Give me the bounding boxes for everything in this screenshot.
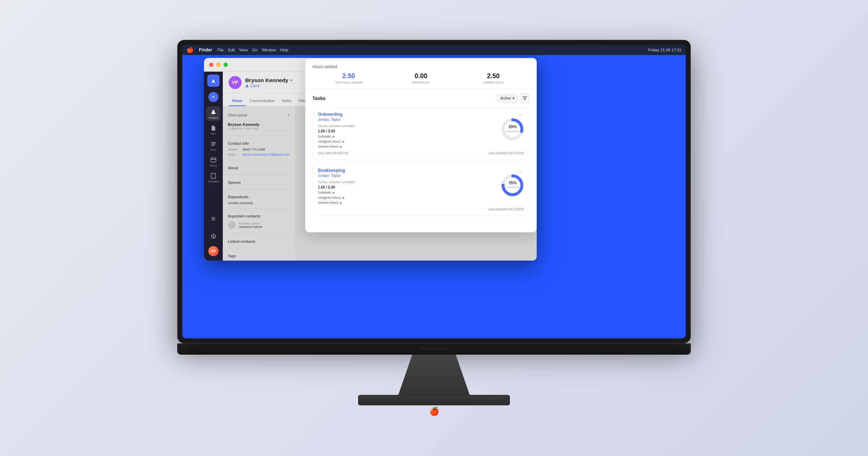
tasks-section: Tasks Active ▾ (305, 89, 537, 224)
contact-panel: Client portal + Bryson Kennedy Logged in… (223, 106, 295, 261)
sidebar-item-files[interactable]: Files (206, 122, 221, 137)
svg-text:IN PROGRESS: IN PROGRESS (506, 186, 520, 189)
subtasks-expand[interactable]: Subtasks ▶ (318, 135, 355, 138)
onboarding-menu-button[interactable]: ··· (517, 112, 524, 118)
apple-menu-icon[interactable]: 🍎 (187, 47, 194, 54)
divider-5 (228, 208, 290, 208)
divider-7 (228, 248, 290, 248)
tasks-filter-area: Active ▾ (497, 93, 529, 103)
bookkeeping-meta: TOTAL HOURS LOGGED 1.50 / 2.00 Subtasks … (318, 181, 497, 204)
contact-login-sub: Logged in 4 days ago (228, 127, 290, 130)
menubar-help[interactable]: Help (280, 48, 289, 52)
svg-text:IN PROGRESS: IN PROGRESS (506, 130, 520, 132)
onboarding-hours-col: TOTAL HOURS LOGGED 1.00 / 3.50 Subtasks … (318, 124, 355, 148)
contacts-label: Contacts (208, 117, 218, 119)
hours-title: Hours worked (312, 64, 529, 69)
bookkeeping-assignee-hours-label: Assignee Hours (318, 196, 341, 199)
sidebar-power[interactable]: ⏻ (206, 229, 221, 243)
menubar-app-name: Finder (199, 47, 212, 52)
sidebar-item-templates[interactable]: Templates (206, 170, 221, 185)
tab-communication[interactable]: Communication (246, 96, 278, 106)
traffic-light-close[interactable] (209, 63, 213, 67)
monitor-stand-top (398, 355, 470, 397)
sidebar-integrations[interactable]: ⊞ (206, 211, 221, 226)
work-email-value[interactable]: Bryson.kennedy123@gmail.com (243, 153, 290, 156)
tasks-icon (210, 140, 217, 148)
billed-hours-value: 0.00 (385, 72, 457, 80)
divider-4 (228, 189, 290, 189)
funnel-icon (523, 96, 527, 100)
menubar-go[interactable]: Go (252, 48, 258, 52)
menubar-view[interactable]: View (239, 48, 248, 52)
client-portal-header: Client portal + (223, 110, 295, 120)
onboarding-header: Onboarding Jordan, Taylor TOTAL HOURS LO… (318, 112, 524, 148)
bookkeeping-menu-button[interactable]: ··· (517, 168, 524, 174)
menubar-file[interactable]: File (217, 48, 224, 52)
mobile-row: Mobile (800) 774-1398 (223, 147, 295, 152)
business-partner-name: Veronica Palmer (239, 225, 263, 229)
task-card-bookkeeping: Bookkeeping Jordan, Taylor TOTAL HOURS L… (312, 163, 529, 216)
header-name-area: Bryson Kennedy ▾ (245, 77, 292, 83)
sidebar-item-billing[interactable]: Billing (206, 154, 221, 169)
assignee-hours-expand[interactable]: Assignee Hours ▶ (318, 140, 355, 143)
monitor-screen: 🍎 Finder File Edit View Go Window Help F… (182, 45, 686, 338)
onboarding-due-date: Due date 08/18/2020 (318, 151, 348, 155)
tasks-header: Tasks Active ▾ (312, 93, 529, 103)
bookkeeping-hours-col: TOTAL HOURS LOGGED 1.50 / 2.00 Subtasks … (318, 181, 355, 204)
linked-contacts-header: Linked contacts (223, 237, 295, 245)
header-avatar: VP (229, 76, 242, 89)
sidebar-item-contacts[interactable]: Contacts (206, 106, 221, 121)
bookkeeping-assignee-arrow: ▶ (342, 196, 345, 199)
about-header: About (223, 163, 295, 172)
bookkeeping-name[interactable]: Bookkeeping (318, 168, 497, 173)
bookkeeping-hours-label: TOTAL HOURS LOGGED (318, 181, 355, 184)
bookkeeping-subtasks-expand[interactable]: Subtasks ▶ (318, 191, 355, 194)
business-partner-avatar (228, 221, 236, 229)
tab-notes[interactable]: Notes (278, 96, 295, 106)
contact-name-section: Bryson Kennedy Logged in 4 days ago (223, 120, 295, 132)
divider-1 (228, 135, 290, 136)
hours-stats: 2.50 Total hours worked 0.00 Billed hour… (312, 72, 529, 84)
assignee-hours-arrow: ▶ (342, 140, 345, 143)
menubar-edit[interactable]: Edit (228, 48, 235, 52)
onboarding-name[interactable]: Onboarding (318, 112, 497, 117)
svg-text:29%: 29% (509, 124, 516, 129)
subtasks-label: Subtasks (318, 135, 331, 138)
service-hours-label: Service Hours (318, 145, 339, 148)
bookkeeping-assignee-hours-expand[interactable]: Assignee Hours ▶ (318, 196, 355, 199)
active-filter-dropdown[interactable]: Active ▾ (497, 94, 518, 102)
billed-hours-label: Billed hours (385, 81, 457, 84)
power-icon: ⏻ (210, 232, 217, 240)
bookkeeping-updated-value: 09/11/2020 (508, 207, 524, 211)
bookkeeping-subtasks-arrow: ▶ (333, 191, 335, 194)
traffic-light-minimize[interactable] (216, 63, 221, 67)
sidebar-add-button[interactable]: + (208, 92, 218, 102)
sidebar-logo: ▲ (207, 75, 220, 87)
monitor-chin-line (420, 348, 448, 350)
traffic-light-maximize[interactable] (224, 63, 228, 67)
user-avatar[interactable]: VP (208, 246, 218, 256)
menubar-window[interactable]: Window (262, 48, 276, 52)
bookkeeping-service-hours-expand[interactable]: Service Hours ▶ (318, 201, 355, 204)
unbilled-hours-value: 2.50 (457, 72, 529, 80)
bookkeeping-updated-label: Last updated (488, 207, 507, 211)
tasks-overlay-card: Hours worked 2.50 Total hours worked 0.0… (305, 59, 537, 232)
bookkeeping-header: Bookkeeping Jordan, Taylor TOTAL HOURS L… (318, 168, 524, 204)
tasks-section-title: Tasks (312, 96, 326, 101)
unbilled-hours-label: Unbilled hours (457, 81, 529, 84)
tab-home[interactable]: Home (229, 96, 246, 106)
filter-chevron-icon: ▾ (512, 96, 515, 101)
menubar-datetime: Friday 21:09 17:31 (648, 48, 681, 52)
tags-header: Tags (223, 251, 295, 259)
client-portal-add-button[interactable]: + (287, 112, 290, 118)
onboarding-hours-label: TOTAL HOURS LOGGED (318, 124, 355, 128)
service-hours-expand[interactable]: Service Hours ▶ (318, 145, 355, 148)
filter-icon-button[interactable] (520, 93, 529, 103)
important-contacts-header: Important contacts (223, 211, 295, 220)
header-chevron-icon[interactable]: ▾ (290, 78, 292, 82)
header-client-name: Bryson Kennedy (245, 77, 288, 83)
unbilled-hours-stat: 2.50 Unbilled hours (457, 72, 529, 84)
svg-rect-2 (211, 159, 216, 160)
onboarding-assignees: Jordan, Taylor (318, 118, 497, 122)
sidebar-item-tasks[interactable]: Tasks (206, 138, 221, 153)
